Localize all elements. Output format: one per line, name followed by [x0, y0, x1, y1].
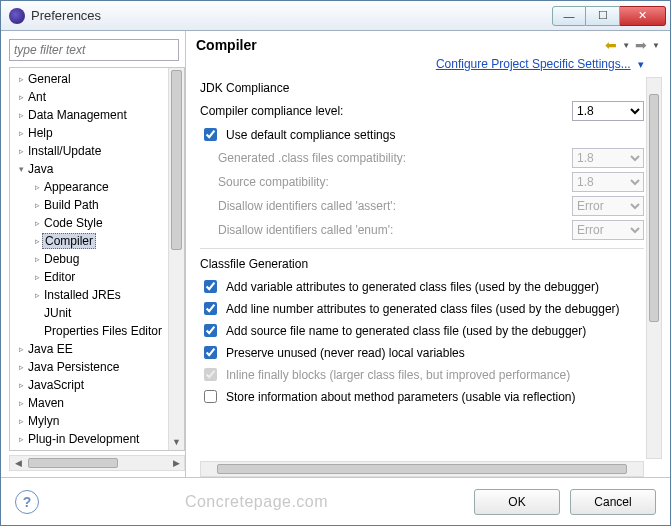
- tree-item[interactable]: ▹Compiler: [10, 232, 168, 250]
- expand-icon[interactable]: ▹: [16, 380, 26, 390]
- tree-item[interactable]: Properties Files Editor: [10, 322, 168, 340]
- tree-item-label: Maven: [26, 396, 66, 410]
- tree-item[interactable]: ▹Data Management: [10, 106, 168, 124]
- tree-item-label: Build Path: [42, 198, 101, 212]
- compliance-level-select[interactable]: 1.8: [572, 101, 644, 121]
- scroll-left-icon[interactable]: ◀: [10, 456, 26, 470]
- expand-icon[interactable]: ▾: [638, 58, 644, 70]
- tree-viewport[interactable]: ▹General▹Ant▹Data Management▹Help▹Instal…: [10, 68, 168, 450]
- project-settings-link[interactable]: Configure Project Specific Settings...: [436, 57, 631, 71]
- store-params-check[interactable]: Store information about method parameter…: [200, 387, 644, 406]
- help-icon[interactable]: ?: [15, 490, 39, 514]
- expand-icon[interactable]: ▹: [16, 74, 26, 84]
- scroll-right-icon[interactable]: ▶: [168, 456, 184, 470]
- expand-icon[interactable]: ▹: [16, 92, 26, 102]
- minimize-button[interactable]: —: [552, 6, 586, 26]
- content-viewport: JDK Compliance Compiler compliance level…: [200, 77, 644, 459]
- tree-item[interactable]: ▹Mylyn: [10, 412, 168, 430]
- tree-item[interactable]: ▹Remote Systems: [10, 448, 168, 450]
- nav-toolbar: ⬅▼ ➡▼: [602, 37, 660, 53]
- add-line-label: Add line number attributes to generated …: [226, 302, 620, 316]
- scroll-thumb[interactable]: [649, 94, 659, 322]
- tree-item[interactable]: ▹Install/Update: [10, 142, 168, 160]
- back-icon[interactable]: ⬅: [602, 37, 620, 53]
- scroll-thumb[interactable]: [28, 458, 118, 468]
- tree-item[interactable]: ▹Appearance: [10, 178, 168, 196]
- tree-item[interactable]: JUnit: [10, 304, 168, 322]
- titlebar[interactable]: Preferences — ☐ ✕: [1, 1, 670, 31]
- gen-compat-select: 1.8: [572, 148, 644, 168]
- tree-item[interactable]: ▹JavaScript: [10, 376, 168, 394]
- filter-input[interactable]: [9, 39, 179, 61]
- content-horizontal-scrollbar[interactable]: [200, 461, 644, 477]
- use-default-checkbox[interactable]: [204, 128, 217, 141]
- expand-icon[interactable]: ▹: [16, 128, 26, 138]
- expand-icon[interactable]: ▹: [16, 398, 26, 408]
- tree-item-label: Ant: [26, 90, 48, 104]
- content-vertical-scrollbar[interactable]: [646, 77, 662, 459]
- footer: ? Concretepage.com OK Cancel: [1, 477, 670, 525]
- watermark: Concretepage.com: [49, 493, 464, 511]
- forward-icon[interactable]: ➡: [632, 37, 650, 53]
- assert-select: Error: [572, 196, 644, 216]
- tree-item[interactable]: ▹Java EE: [10, 340, 168, 358]
- add-var-checkbox[interactable]: [204, 280, 217, 293]
- tree-item[interactable]: ▹Debug: [10, 250, 168, 268]
- add-var-check[interactable]: Add variable attributes to generated cla…: [200, 277, 644, 296]
- tree-item[interactable]: ▹Build Path: [10, 196, 168, 214]
- expand-icon[interactable]: ▹: [32, 290, 42, 300]
- filter-box: [9, 39, 179, 61]
- src-compat-row: Source compatibility: 1.8: [218, 172, 644, 192]
- gen-compat-row: Generated .class files compatibility: 1.…: [218, 148, 644, 168]
- back-menu-icon[interactable]: ▼: [622, 41, 630, 50]
- expand-icon[interactable]: ▾: [16, 164, 26, 174]
- expand-icon[interactable]: ▹: [32, 182, 42, 192]
- close-button[interactable]: ✕: [620, 6, 666, 26]
- tree-item[interactable]: ▹Help: [10, 124, 168, 142]
- tree-item[interactable]: ▹Editor: [10, 268, 168, 286]
- expand-icon[interactable]: ▹: [16, 110, 26, 120]
- expand-icon[interactable]: ▹: [32, 200, 42, 210]
- expand-icon[interactable]: ▹: [32, 218, 42, 228]
- scroll-thumb[interactable]: [171, 70, 182, 250]
- add-src-checkbox[interactable]: [204, 324, 217, 337]
- expand-icon[interactable]: ▹: [32, 236, 42, 246]
- tree-item[interactable]: ▹Maven: [10, 394, 168, 412]
- store-params-checkbox[interactable]: [204, 390, 217, 403]
- expand-icon[interactable]: ▹: [32, 254, 42, 264]
- tree-item[interactable]: ▹Code Style: [10, 214, 168, 232]
- preserve-check[interactable]: Preserve unused (never read) local varia…: [200, 343, 644, 362]
- tree-item[interactable]: ▹Java Persistence: [10, 358, 168, 376]
- tree-item-label: Mylyn: [26, 414, 61, 428]
- ok-button[interactable]: OK: [474, 489, 560, 515]
- use-default-check[interactable]: Use default compliance settings: [200, 125, 644, 144]
- expand-icon[interactable]: ▹: [16, 434, 26, 444]
- maximize-button[interactable]: ☐: [586, 6, 620, 26]
- tree-item[interactable]: ▹Plug-in Development: [10, 430, 168, 448]
- tree-horizontal-scrollbar[interactable]: ◀ ▶: [9, 455, 185, 471]
- scroll-thumb[interactable]: [217, 464, 627, 474]
- tree-vertical-scrollbar[interactable]: ▲ ▼: [168, 68, 184, 450]
- tree-item-label: Compiler: [42, 233, 96, 249]
- tree-item[interactable]: ▹Ant: [10, 88, 168, 106]
- compliance-level-label: Compiler compliance level:: [200, 104, 572, 118]
- page-header: Compiler ⬅▼ ➡▼: [186, 31, 670, 57]
- expand-icon[interactable]: ▹: [16, 146, 26, 156]
- tree-item[interactable]: ▾Java: [10, 160, 168, 178]
- preserve-checkbox[interactable]: [204, 346, 217, 359]
- cancel-button[interactable]: Cancel: [570, 489, 656, 515]
- expand-icon[interactable]: ▹: [16, 362, 26, 372]
- tree-item[interactable]: ▹Installed JREs: [10, 286, 168, 304]
- window-buttons: — ☐ ✕: [552, 6, 666, 26]
- expand-icon[interactable]: ▹: [16, 416, 26, 426]
- add-line-checkbox[interactable]: [204, 302, 217, 315]
- expand-icon[interactable]: ▹: [16, 344, 26, 354]
- forward-menu-icon[interactable]: ▼: [652, 41, 660, 50]
- inline-check: Inline finally blocks (larger class file…: [200, 365, 644, 384]
- add-line-check[interactable]: Add line number attributes to generated …: [200, 299, 644, 318]
- jdk-section-label: JDK Compliance: [200, 81, 644, 95]
- add-src-check[interactable]: Add source file name to generated class …: [200, 321, 644, 340]
- expand-icon[interactable]: ▹: [32, 272, 42, 282]
- tree-item[interactable]: ▹General: [10, 70, 168, 88]
- scroll-down-icon[interactable]: ▼: [169, 434, 184, 450]
